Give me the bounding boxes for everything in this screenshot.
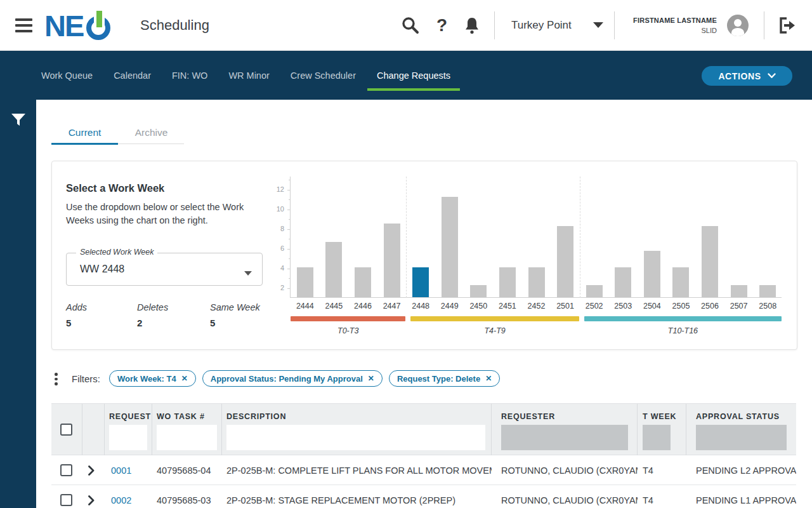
site-selector-dropdown[interactable]: Turkey Point (511, 0, 603, 51)
x-axis-label-2450: 2450 (464, 302, 493, 311)
nav-tab-wr-minor[interactable]: WR Minor (228, 51, 269, 100)
column-header-expand (82, 404, 105, 456)
cell-description: 2P-025B-M: COMPLETE LIFT PLANS FOR ALL M… (222, 455, 492, 485)
filter-chip-request-type[interactable]: Request Type: Delete✕ (389, 370, 500, 387)
site-selector-value: Turkey Point (511, 19, 572, 32)
chart-bar-2504[interactable] (644, 251, 660, 297)
expand-row-chevron-icon[interactable] (88, 495, 95, 505)
y-axis-tick (287, 229, 291, 230)
chart-bar-2452[interactable] (528, 267, 545, 297)
chart-bar-2450[interactable] (470, 285, 487, 297)
y-axis-tick (289, 258, 291, 259)
cell-requester: ROTUNNO, CLAUDIO (CXR0YAM) (492, 455, 638, 485)
user-avatar-icon[interactable] (727, 15, 749, 36)
work-week-dropdown[interactable]: Selected Work Week WW 2448 (66, 253, 263, 286)
actions-button[interactable]: ACTIONS (702, 66, 792, 86)
column-header-t_week: T WEEK (638, 404, 686, 456)
column-header-checkbox (51, 404, 82, 456)
chart-bar-2506[interactable] (702, 226, 718, 297)
x-axis-label-2446: 2446 (348, 302, 377, 311)
cell-expand (82, 455, 105, 485)
band-t0-t3[interactable] (291, 316, 405, 321)
cell-approval_status: PENDING L1 APPROVAL (686, 485, 796, 508)
column-filter-input-wo_task[interactable] (157, 425, 217, 450)
chart-bar-2508[interactable] (759, 285, 776, 297)
y-axis-tick (287, 210, 291, 210)
request-link[interactable]: 0001 (111, 465, 131, 476)
work-week-card: Select a Work Week Use the dropdown belo… (51, 161, 797, 350)
cell-t_week: T4 (638, 455, 686, 485)
neo-logo: NE (44, 9, 113, 42)
nav-tab-crew-scheduler[interactable]: Crew Scheduler (291, 51, 356, 100)
column-header-label-requester: REQUESTER (501, 412, 555, 421)
filter-funnel-icon[interactable] (11, 114, 25, 129)
chart-bar-2501[interactable] (557, 226, 573, 297)
row-checkbox[interactable] (60, 464, 72, 476)
nav-tab-calendar[interactable]: Calendar (114, 51, 151, 100)
cell-wo_task: 40795685-04 (152, 455, 222, 485)
x-axis-label-2508: 2508 (753, 302, 782, 311)
chart-bar-2451[interactable] (499, 267, 516, 297)
chart-bar-2507[interactable] (731, 285, 747, 297)
close-icon[interactable]: ✕ (181, 374, 188, 383)
chart-bar-2444[interactable] (297, 267, 313, 297)
band-t10-t16[interactable] (584, 316, 782, 321)
y-axis-label: 2 (268, 284, 284, 291)
x-axis-label-2444: 2444 (291, 302, 320, 311)
y-axis-tick (289, 219, 291, 220)
x-axis-label-2501: 2501 (551, 302, 580, 311)
filter-chip-work-week[interactable]: Work Week: T4✕ (109, 370, 196, 387)
tab-underline (118, 144, 184, 144)
x-axis-label-2503: 2503 (608, 302, 638, 311)
t-week-bands (290, 316, 782, 321)
header-divider (614, 11, 615, 39)
nav-tab-change-requests[interactable]: Change Requests (377, 51, 450, 100)
column-header-label-description: DESCRIPTION (226, 412, 286, 421)
y-axis-label: 8 (268, 225, 284, 232)
chart-bar-2445[interactable] (325, 242, 342, 297)
y-axis-tick (289, 278, 291, 279)
cell-description: 2P-025B-M: STAGE REPLACEMENT MOTOR (2PRE… (222, 485, 492, 508)
band-t4-t9[interactable] (410, 316, 579, 321)
close-icon[interactable]: ✕ (368, 374, 374, 383)
column-filter-input-request[interactable] (109, 425, 147, 450)
y-axis-label: 10 (268, 205, 284, 213)
search-icon[interactable] (401, 16, 420, 35)
chart-bar-2446[interactable] (355, 267, 371, 297)
cell-checkbox (51, 455, 82, 485)
x-axis-label-2506: 2506 (695, 302, 724, 311)
filter-chip-approval-status[interactable]: Approval Status: Pending My Approval✕ (202, 370, 383, 387)
page-title: Scheduling (140, 17, 209, 34)
chart-bar-2505[interactable] (672, 267, 689, 297)
band-label-t0-t3: T0-T3 (304, 326, 393, 335)
cell-request: 0002 (105, 485, 152, 508)
logout-icon[interactable] (778, 17, 797, 37)
nav-tab-fin-wo[interactable]: FIN: WO (172, 51, 207, 100)
chart-bar-2448[interactable] (412, 267, 429, 297)
notifications-bell-icon[interactable] (464, 17, 480, 34)
chart-bar-2503[interactable] (615, 267, 631, 297)
column-header-label-t_week: T WEEK (643, 412, 676, 421)
x-axis-label-2448: 2448 (406, 302, 435, 311)
app-window: NE Scheduling ? Turkey Point FIRSTNAME L… (0, 0, 812, 508)
table-row: 000240795685-032P-025B-M: STAGE REPLACEM… (51, 485, 796, 508)
expand-row-chevron-icon[interactable] (88, 465, 95, 476)
hamburger-menu-icon[interactable] (15, 18, 32, 32)
stat-value-deletes: 2 (137, 318, 142, 328)
nav-tab-work-queue[interactable]: Work Queue (41, 51, 93, 100)
kebab-menu-icon[interactable] (55, 373, 58, 387)
column-header-description: DESCRIPTION (222, 404, 492, 456)
row-checkbox[interactable] (60, 494, 72, 506)
y-axis-tick (287, 249, 291, 250)
actions-button-label: ACTIONS (718, 71, 761, 81)
chart-bar-2447[interactable] (384, 224, 400, 297)
help-icon[interactable]: ? (436, 15, 447, 36)
stat-value-adds: 5 (66, 318, 71, 328)
user-menu[interactable]: FIRSTNAME LASTNAME SLID (625, 0, 749, 51)
close-icon[interactable]: ✕ (485, 374, 492, 383)
chart-bar-2502[interactable] (586, 285, 603, 297)
chevron-down-icon (768, 73, 776, 79)
chart-bar-2449[interactable] (442, 197, 458, 297)
request-link[interactable]: 0002 (111, 495, 131, 505)
column-filter-input-description[interactable] (226, 425, 485, 450)
